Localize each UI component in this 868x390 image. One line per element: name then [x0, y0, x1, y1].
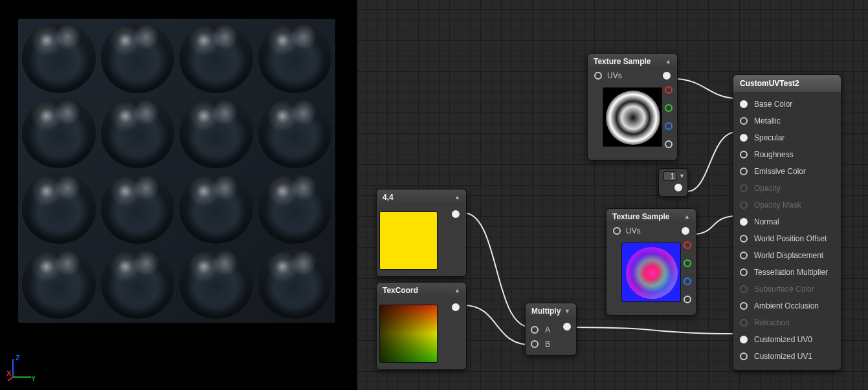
preview-sphere: [258, 173, 332, 244]
output-pin-a[interactable]: [684, 296, 691, 303]
preview-sphere: [258, 23, 332, 93]
slot-label: Refraction: [754, 318, 790, 327]
input-pin[interactable]: [740, 302, 748, 310]
material-output-node[interactable]: CustomUVTest2 Base ColorMetallicSpecular…: [733, 74, 841, 371]
input-pin[interactable]: [740, 151, 748, 158]
node-title-text: Multiply: [531, 307, 561, 316]
output-pin-b[interactable]: [684, 277, 691, 285]
material-input-slot[interactable]: Emissive Color: [733, 163, 841, 180]
preview-sphere: [258, 249, 332, 320]
axis-gizmo: Z Y X: [6, 352, 38, 384]
input-pin[interactable]: [740, 168, 748, 175]
output-pin-rgb[interactable]: [682, 227, 689, 235]
material-input-slot[interactable]: World Position Offset: [733, 230, 841, 247]
node-title: Texture Sample ▲: [606, 209, 696, 224]
pin-label-a: A: [541, 325, 554, 334]
output-pin[interactable]: [452, 303, 460, 311]
preview-swatch: [379, 211, 438, 270]
material-input-slot[interactable]: Customized UV0: [733, 331, 841, 348]
constant-vector2-node[interactable]: 4,4 ▲: [376, 189, 467, 277]
preview-sphere: [101, 98, 175, 169]
material-graph[interactable]: 4,4 ▲ TexCoord ▲: [356, 0, 868, 390]
preview-sphere: [179, 23, 253, 93]
texture-sample-node-1[interactable]: Texture Sample ▲ UVs: [587, 53, 678, 160]
material-input-slot[interactable]: Subsurface Color: [733, 281, 841, 298]
output-pin[interactable]: [452, 210, 460, 218]
slot-label: Specular: [754, 133, 785, 142]
slot-label: Normal: [754, 217, 779, 226]
collapse-icon[interactable]: ▲: [665, 58, 671, 65]
preview-sphere: [22, 249, 96, 320]
expand-icon[interactable]: ▼: [679, 173, 685, 179]
input-pin-b[interactable]: [531, 340, 539, 348]
slot-label: Customized UV1: [754, 352, 812, 361]
material-input-slot[interactable]: Opacity Mask: [733, 197, 841, 213]
material-input-slot[interactable]: Ambient Occlusion: [733, 298, 841, 314]
preview-swatch: [379, 305, 438, 363]
output-pin-b[interactable]: [665, 122, 673, 130]
input-pin[interactable]: [740, 184, 748, 192]
constant-value-input[interactable]: [663, 171, 676, 180]
input-pin[interactable]: [740, 268, 748, 276]
svg-line-2: [8, 377, 13, 381]
preview-sphere: [101, 173, 175, 244]
input-pin[interactable]: [740, 252, 748, 259]
material-input-slot[interactable]: Metallic: [733, 113, 841, 129]
texture-thumbnail: [621, 243, 681, 302]
material-input-slot[interactable]: Opacity: [733, 180, 841, 197]
pin-label-b: B: [541, 340, 554, 349]
material-input-slot[interactable]: Base Color: [733, 96, 841, 113]
preview-sphere: [101, 23, 175, 93]
input-pin[interactable]: [740, 117, 748, 125]
output-pin-r[interactable]: [665, 86, 673, 94]
expand-icon[interactable]: ▼: [564, 308, 570, 314]
material-input-slot[interactable]: Customized UV1: [733, 348, 841, 365]
output-pin-g[interactable]: [684, 259, 691, 267]
slot-label: Tessellation Multiplier: [754, 268, 828, 277]
uvs-input-pin[interactable]: [594, 72, 602, 80]
collapse-icon[interactable]: ▲: [454, 194, 460, 200]
input-pin[interactable]: [740, 336, 748, 343]
output-pin[interactable]: [563, 323, 571, 330]
output-pin-a[interactable]: [665, 140, 673, 148]
svg-point-4: [606, 91, 660, 145]
input-pin[interactable]: [740, 235, 748, 243]
input-pin-a[interactable]: [531, 326, 539, 334]
collapse-icon[interactable]: ▲: [454, 287, 460, 294]
uvs-input-pin[interactable]: [613, 227, 621, 235]
collapse-icon[interactable]: ▲: [684, 213, 690, 220]
material-input-slot[interactable]: World Displacement: [733, 247, 841, 264]
material-input-slot[interactable]: Roughness: [733, 146, 841, 163]
slot-label: Emissive Color: [754, 167, 806, 176]
node-title: Multiply ▼: [526, 303, 576, 319]
output-pin-rgb[interactable]: [663, 72, 671, 80]
texcoord-node[interactable]: TexCoord ▲: [376, 282, 467, 370]
preview-sphere: [179, 173, 253, 244]
output-pin-g[interactable]: [665, 104, 673, 112]
input-pin[interactable]: [740, 218, 748, 226]
material-input-slot[interactable]: Tessellation Multiplier: [733, 264, 841, 281]
input-pin[interactable]: [740, 134, 748, 142]
input-pin[interactable]: [740, 352, 748, 360]
node-title-text: Texture Sample: [594, 57, 651, 66]
preview-sphere: [22, 173, 96, 244]
preview-sphere: [22, 23, 96, 93]
input-pin[interactable]: [740, 319, 748, 327]
input-pin[interactable]: [740, 201, 748, 209]
preview-viewport[interactable]: Z Y X: [0, 0, 356, 390]
texture-sample-node-2[interactable]: Texture Sample ▲ UVs: [606, 208, 696, 316]
material-input-slot[interactable]: Specular: [733, 129, 841, 146]
material-input-slot[interactable]: Normal: [733, 213, 841, 230]
output-pin-r[interactable]: [684, 241, 691, 249]
input-pin[interactable]: [740, 100, 748, 108]
node-title: CustomUVTest2: [733, 75, 841, 92]
multiply-node[interactable]: Multiply ▼ A B: [525, 303, 577, 356]
constant-scalar-node[interactable]: ▼: [658, 168, 688, 197]
pin-label-uvs: UVs: [626, 226, 641, 235]
pin-label-uvs: UVs: [607, 71, 622, 80]
texture-thumbnail: [603, 87, 662, 147]
material-input-slot[interactable]: Refraction: [733, 314, 841, 331]
input-pin[interactable]: [740, 285, 748, 293]
output-pin[interactable]: [674, 184, 682, 191]
slot-label: Customized UV0: [754, 335, 812, 344]
